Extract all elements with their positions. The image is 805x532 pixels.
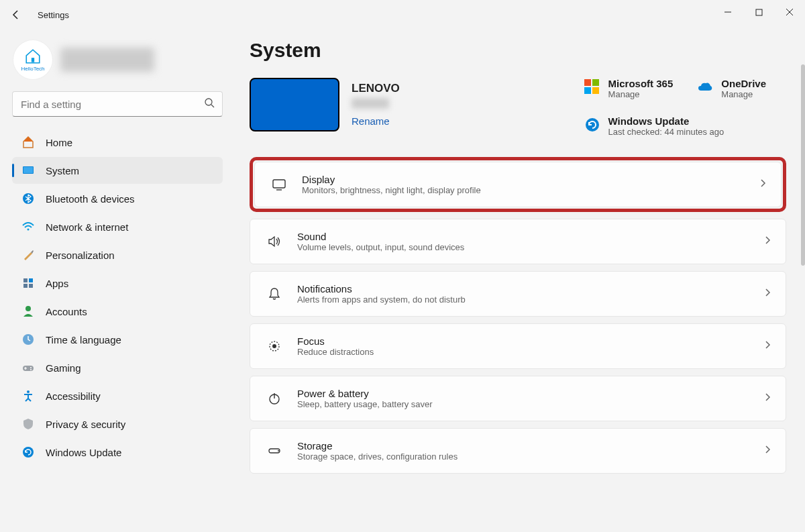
card-title: Display <box>302 174 481 185</box>
svg-point-17 <box>30 369 32 370</box>
sidebar-item-time[interactable]: Time & language <box>12 326 223 353</box>
maximize-icon <box>755 9 763 16</box>
card-display[interactable]: Display Monitors, brightness, night ligh… <box>254 162 782 207</box>
sidebar-item-apps[interactable]: Apps <box>12 270 223 297</box>
display-icon <box>271 176 287 193</box>
update-icon <box>584 117 600 133</box>
chevron-right-icon <box>763 445 772 457</box>
svg-point-19 <box>23 447 34 458</box>
card-title: Power & battery <box>297 388 433 399</box>
sidebar-item-label: Privacy & security <box>46 419 125 430</box>
sidebar-item-label: Windows Update <box>46 447 121 458</box>
sidebar-item-bluetooth[interactable]: Bluetooth & devices <box>12 185 223 212</box>
card-sound[interactable]: Sound Volume levels, output, input, soun… <box>250 219 786 264</box>
sound-icon <box>266 233 282 250</box>
cloud-icon <box>697 79 713 95</box>
brush-icon <box>21 248 35 262</box>
sidebar-item-privacy[interactable]: Privacy & security <box>12 411 223 437</box>
sidebar-item-label: Home <box>46 137 72 148</box>
sidebar-item-label: Bluetooth & devices <box>46 193 135 205</box>
microsoft-logo-icon <box>584 79 600 95</box>
maximize-button[interactable] <box>743 0 774 24</box>
sidebar-item-personalization[interactable]: Personalization <box>12 242 223 268</box>
svg-rect-11 <box>23 284 28 288</box>
storage-icon <box>266 443 282 459</box>
svg-point-16 <box>30 367 32 368</box>
chevron-right-icon <box>763 392 772 405</box>
card-title: Notifications <box>297 283 466 295</box>
sidebar-item-network[interactable]: Network & internet <box>12 213 223 240</box>
close-icon <box>786 8 794 16</box>
sidebar-item-update[interactable]: Windows Update <box>12 439 223 466</box>
accessibility-icon <box>21 389 35 403</box>
card-subtitle: Sleep, battery usage, battery saver <box>297 399 433 409</box>
titlebar: Settings <box>0 0 805 30</box>
chevron-right-icon <box>763 288 772 300</box>
service-microsoft365[interactable]: Microsoft 365 Manage <box>584 78 674 99</box>
clock-icon <box>21 333 35 346</box>
rename-link[interactable]: Rename <box>352 115 400 127</box>
service-subtitle: Last checked: 44 minutes ago <box>608 127 724 137</box>
device-block: LENOVO Rename <box>250 78 400 137</box>
user-account-row[interactable]: HelloTech <box>13 40 223 79</box>
sidebar-item-label: Gaming <box>46 362 81 374</box>
apps-icon <box>21 276 35 290</box>
svg-rect-1 <box>756 9 762 15</box>
gamepad-icon <box>21 361 35 374</box>
device-model-redacted <box>352 98 389 109</box>
settings-cards: Display Monitors, brightness, night ligh… <box>250 157 786 474</box>
update-icon <box>21 445 35 459</box>
avatar: HelloTech <box>13 40 52 79</box>
svg-point-18 <box>27 390 30 393</box>
card-subtitle: Alerts from apps and system, do not dist… <box>297 295 466 305</box>
sidebar-item-accounts[interactable]: Accounts <box>12 298 223 325</box>
search-field[interactable] <box>12 91 223 117</box>
house-icon <box>24 48 42 65</box>
system-header: LENOVO Rename Microsoft 365 Manage On <box>250 78 786 137</box>
svg-rect-21 <box>273 180 285 188</box>
sidebar-item-accessibility[interactable]: Accessibility <box>12 382 223 409</box>
svg-point-3 <box>205 99 212 105</box>
main-content: System LENOVO Rename Microsoft 365 Manag… <box>228 30 805 532</box>
home-icon <box>21 136 35 149</box>
sidebar-item-home[interactable]: Home <box>12 129 223 156</box>
card-power[interactable]: Power & battery Sleep, battery usage, ba… <box>250 376 786 421</box>
bell-icon <box>266 286 282 302</box>
services-grid: Microsoft 365 Manage OneDrive Manage Win… <box>584 78 786 137</box>
user-name-redacted <box>60 48 154 72</box>
card-focus[interactable]: Focus Reduce distractions <box>250 323 786 369</box>
person-icon <box>21 305 35 318</box>
card-title: Sound <box>297 231 464 242</box>
sidebar-item-label: Time & language <box>46 334 121 345</box>
service-windows-update[interactable]: Windows Update Last checked: 44 minutes … <box>584 115 786 137</box>
device-name: LENOVO <box>352 82 400 95</box>
svg-point-13 <box>25 306 31 311</box>
svg-rect-2 <box>32 58 34 62</box>
scrollbar[interactable] <box>801 64 805 266</box>
service-action: Manage <box>721 89 766 99</box>
close-button[interactable] <box>774 0 805 24</box>
power-icon <box>266 390 282 407</box>
window-controls <box>712 0 805 24</box>
back-button[interactable] <box>8 7 24 23</box>
sidebar-item-label: Accounts <box>46 306 87 317</box>
card-notifications[interactable]: Notifications Alerts from apps and syste… <box>250 271 786 317</box>
chevron-right-icon <box>763 340 772 352</box>
system-icon <box>21 164 35 177</box>
avatar-label: HelloTech <box>21 66 44 72</box>
service-title: Microsoft 365 <box>608 78 674 89</box>
sidebar-item-label: Apps <box>46 278 68 289</box>
svg-rect-6 <box>23 167 33 173</box>
minimize-button[interactable] <box>712 0 743 24</box>
card-storage[interactable]: Storage Storage space, drives, configura… <box>250 428 786 474</box>
page-title: System <box>250 39 786 62</box>
search-input[interactable] <box>12 91 223 117</box>
service-onedrive[interactable]: OneDrive Manage <box>697 78 786 99</box>
sidebar-item-gaming[interactable]: Gaming <box>12 354 223 381</box>
sidebar-item-label: Personalization <box>46 250 115 261</box>
sidebar-item-system[interactable]: System <box>12 157 223 184</box>
card-title: Focus <box>297 335 374 347</box>
svg-line-4 <box>211 105 214 107</box>
card-subtitle: Monitors, brightness, night light, displ… <box>302 185 481 195</box>
sidebar-nav: Home System Bluetooth & devices Network … <box>12 129 223 466</box>
